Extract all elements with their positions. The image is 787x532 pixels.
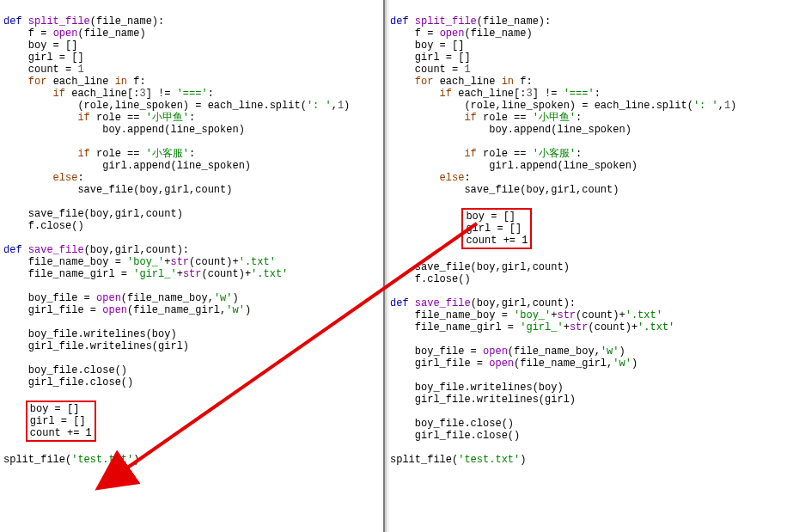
op: = <box>446 64 465 76</box>
punct: ( <box>121 292 127 304</box>
punct: )+ <box>226 256 238 268</box>
expr: each_line[: <box>458 88 526 100</box>
op: = <box>108 256 127 268</box>
expr: ] != <box>146 88 177 100</box>
expr: each_line[: <box>71 88 139 100</box>
call: boy_file.writelines(boy) <box>415 382 564 394</box>
str: 'w' <box>601 345 619 358</box>
var: boy_file <box>28 292 78 304</box>
kw-else: else <box>440 172 465 184</box>
kw-if: if <box>53 88 65 100</box>
arg: file_name_girl, <box>520 358 613 370</box>
str: 'girl_' <box>133 268 176 280</box>
box-line: count += 1 <box>30 427 92 439</box>
call: f.close() <box>28 220 84 232</box>
str: '小客服' <box>533 148 576 160</box>
call: boy_file.writelines(boy) <box>28 328 177 340</box>
expr: (role,line_spoken) = each_line.split( <box>464 100 692 112</box>
str: '小甲鱼' <box>533 112 576 124</box>
str: ': ' <box>307 100 332 112</box>
params: boy,girl,count <box>477 297 564 309</box>
call: girl_file.close() <box>415 430 520 442</box>
op: = <box>464 345 483 358</box>
arg: file_name <box>471 28 527 40</box>
punct: ( <box>471 297 477 309</box>
punct: : <box>576 112 582 124</box>
var: f <box>28 28 34 40</box>
kw-def: def <box>3 244 22 256</box>
call: save_file(boy,girl,count) <box>464 184 619 196</box>
fn-call: open <box>440 28 465 40</box>
var: girl <box>415 52 440 64</box>
num: 1 <box>338 100 344 112</box>
num: 1 <box>724 100 730 112</box>
punct: ) <box>631 358 638 370</box>
param: file_name <box>483 15 539 28</box>
punct: : <box>189 148 195 160</box>
highlighted-block-right: boy = []girl = []count += 1 <box>461 208 532 249</box>
iter: f: <box>133 76 145 88</box>
call: girl_file.close() <box>28 376 133 388</box>
punct: ): <box>564 297 576 309</box>
expr: (role,line_spoken) = each_line.split( <box>77 100 306 112</box>
punct: ( <box>90 15 96 28</box>
op: = <box>421 28 440 40</box>
var: file_name_girl <box>415 321 502 333</box>
call: f.close() <box>415 273 471 285</box>
str: 'girl_' <box>520 321 563 333</box>
punct: ) <box>526 28 532 40</box>
call: girl.append(line_spoken) <box>489 160 638 172</box>
kw-in: in <box>115 76 127 88</box>
str: 'test.txt' <box>458 454 520 466</box>
punct: ) <box>520 454 526 466</box>
kw-if: if <box>464 148 476 160</box>
punct: ( <box>464 28 470 40</box>
fn-call: open <box>96 292 121 304</box>
call: split_file( <box>390 454 458 466</box>
punct: : <box>576 148 582 160</box>
kw-def: def <box>3 15 22 28</box>
str: 'w' <box>214 292 233 304</box>
var: file_name_boy <box>28 256 109 268</box>
call: save_file(boy,girl,count) <box>77 184 232 196</box>
punct: ) <box>139 28 145 40</box>
kw-if: if <box>440 88 452 100</box>
var: count <box>415 64 446 76</box>
var: girl_file <box>415 358 471 370</box>
expr: role == <box>483 148 533 160</box>
var: boy <box>28 40 47 52</box>
op: = <box>502 321 521 333</box>
str: '===' <box>564 88 595 100</box>
arg: count <box>208 268 239 280</box>
var: file_name_girl <box>28 268 115 280</box>
punct: ) <box>619 345 625 358</box>
op: + <box>177 268 183 280</box>
var: each_line <box>53 76 109 88</box>
str: 'w' <box>613 358 631 370</box>
fn-call: str <box>183 268 202 280</box>
punct: , <box>332 100 338 112</box>
op: = <box>115 268 134 280</box>
punct: : <box>595 88 601 100</box>
iter: f: <box>520 76 532 88</box>
punct: ) <box>245 304 251 316</box>
box-line: count += 1 <box>466 235 528 247</box>
str: ': ' <box>693 100 718 112</box>
var: girl <box>28 52 53 64</box>
op: = <box>495 309 514 321</box>
punct: ): <box>152 15 164 28</box>
var: each_line <box>440 76 496 88</box>
num: 1 <box>464 64 470 76</box>
call: split_file( <box>3 454 71 466</box>
call: girl.append(line_spoken) <box>102 160 251 172</box>
call: boy.append(line_spoken) <box>489 124 631 136</box>
str: 'boy_' <box>514 309 551 321</box>
fn-call: str <box>170 256 189 268</box>
punct: : <box>208 88 214 100</box>
call: boy_file.close() <box>28 364 127 376</box>
diff-container: def split_file(file_name): f = open(file… <box>0 0 787 532</box>
punct: ( <box>588 321 594 333</box>
punct: ( <box>84 244 90 256</box>
op: = [] <box>433 40 464 52</box>
fn-name: split_file <box>415 15 477 28</box>
